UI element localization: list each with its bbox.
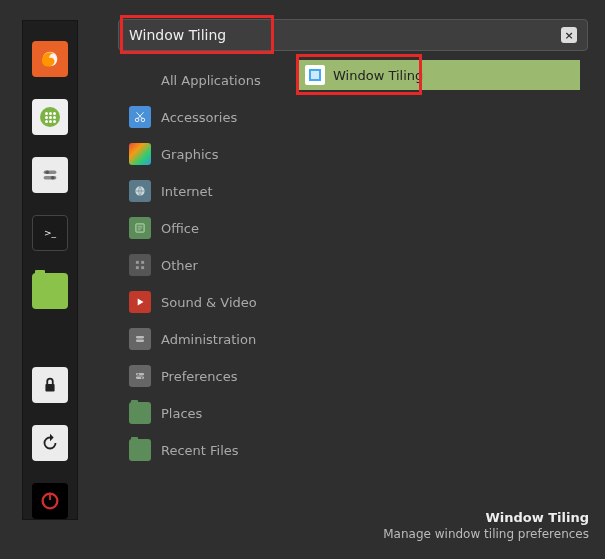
category-label: Graphics <box>161 147 218 162</box>
category-label: Other <box>161 258 198 273</box>
category-label: Recent Files <box>161 443 239 458</box>
svg-rect-7 <box>49 493 51 500</box>
tooltip-description: Manage window tiling preferences <box>383 527 589 541</box>
category-label: Preferences <box>161 369 237 384</box>
scissors-icon <box>129 106 151 128</box>
admin-icon <box>129 328 151 350</box>
category-places[interactable]: Places <box>125 399 285 427</box>
office-icon <box>129 217 151 239</box>
category-sound-video[interactable]: Sound & Video <box>125 288 285 316</box>
restart-icon[interactable] <box>32 425 68 461</box>
svg-rect-16 <box>141 261 144 264</box>
svg-point-4 <box>51 176 55 180</box>
category-label: Administration <box>161 332 256 347</box>
category-label: Sound & Video <box>161 295 257 310</box>
category-list: All Applications Accessories Graphics In… <box>125 66 285 464</box>
apps-icon[interactable] <box>32 99 68 135</box>
tooltip-title: Window Tiling <box>383 510 589 525</box>
globe-icon <box>129 180 151 202</box>
preferences-icon <box>129 365 151 387</box>
folder-icon <box>129 402 151 424</box>
clear-search-icon[interactable]: × <box>561 27 577 43</box>
power-icon[interactable] <box>32 483 68 519</box>
svg-rect-18 <box>141 266 144 269</box>
category-administration[interactable]: Administration <box>125 325 285 353</box>
category-all-applications[interactable]: All Applications <box>125 66 285 94</box>
tooltip: Window Tiling Manage window tiling prefe… <box>383 510 589 541</box>
window-tiling-icon <box>305 65 325 85</box>
category-internet[interactable]: Internet <box>125 177 285 205</box>
files-icon[interactable] <box>32 273 68 309</box>
category-office[interactable]: Office <box>125 214 285 242</box>
svg-point-24 <box>141 377 143 379</box>
svg-rect-21 <box>136 373 144 375</box>
svg-rect-22 <box>136 377 144 379</box>
launcher-panel: >_ <box>22 20 78 520</box>
search-result-window-tiling[interactable]: Window Tiling <box>297 60 580 90</box>
category-label: All Applications <box>161 73 261 88</box>
terminal-icon[interactable]: >_ <box>32 215 68 251</box>
category-other[interactable]: Other <box>125 251 285 279</box>
category-recent-files[interactable]: Recent Files <box>125 436 285 464</box>
firefox-icon[interactable] <box>32 41 68 77</box>
svg-rect-15 <box>136 261 139 264</box>
category-preferences[interactable]: Preferences <box>125 362 285 390</box>
folder-icon <box>129 439 151 461</box>
svg-point-23 <box>137 373 139 375</box>
search-input[interactable]: Window Tiling × <box>118 19 588 51</box>
category-accessories[interactable]: Accessories <box>125 103 285 131</box>
settings-icon[interactable] <box>32 157 68 193</box>
svg-rect-20 <box>136 340 144 342</box>
grid-icon <box>129 254 151 276</box>
svg-rect-17 <box>136 266 139 269</box>
play-icon <box>129 291 151 313</box>
spacer-icon <box>129 69 151 91</box>
svg-rect-5 <box>45 384 54 391</box>
lock-icon[interactable] <box>32 367 68 403</box>
category-label: Internet <box>161 184 213 199</box>
category-label: Accessories <box>161 110 237 125</box>
svg-point-3 <box>45 170 49 174</box>
category-label: Places <box>161 406 202 421</box>
category-graphics[interactable]: Graphics <box>125 140 285 168</box>
result-label: Window Tiling <box>333 68 423 83</box>
svg-rect-19 <box>136 336 144 338</box>
graphics-icon <box>129 143 151 165</box>
category-label: Office <box>161 221 199 236</box>
search-text: Window Tiling <box>129 27 226 43</box>
